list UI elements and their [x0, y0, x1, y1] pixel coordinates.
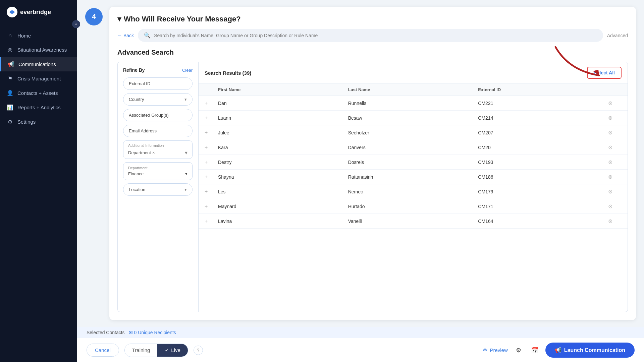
- country-filter[interactable]: Country ▾: [123, 93, 193, 106]
- gear-button[interactable]: ⚙: [513, 345, 524, 356]
- remove-contact-button[interactable]: ⊗: [608, 203, 622, 209]
- external-id-cell: CM193: [478, 160, 608, 165]
- calendar-button[interactable]: 📅: [529, 345, 540, 356]
- location-filter[interactable]: Location ▾: [123, 183, 193, 196]
- email-address-filter[interactable]: Email Address: [123, 125, 193, 137]
- table-row: + Shayna Rattanasinh CM186 ⊗: [199, 170, 628, 184]
- launch-icon: 📢: [555, 347, 561, 353]
- advanced-search-title: Advanced Search: [117, 49, 628, 56]
- remove-contact-button[interactable]: ⊗: [608, 188, 622, 195]
- remove-contact-button[interactable]: ⊗: [608, 159, 622, 165]
- add-contact-button[interactable]: +: [205, 130, 218, 136]
- col-add: [205, 87, 218, 92]
- external-id-cell: CM164: [478, 219, 608, 224]
- country-label: Country: [129, 97, 144, 102]
- remove-contact-button[interactable]: ⊗: [608, 174, 622, 180]
- external-id-cell: CM221: [478, 101, 608, 106]
- add-contact-button[interactable]: +: [205, 203, 218, 209]
- col-remove: [608, 87, 622, 92]
- live-mode-button[interactable]: ✓ Live: [157, 344, 188, 357]
- selected-contacts-bar: Selected Contacts ✉ 0 Unique Recipients: [77, 327, 644, 338]
- email-address-label: Email Address: [129, 128, 157, 133]
- launch-communication-button[interactable]: 📢 Launch Communication: [545, 343, 635, 358]
- step-title-text: Who Will Receive Your Message?: [124, 15, 241, 23]
- unique-recipients-count: ✉ 0 Unique Recipients: [129, 330, 176, 335]
- sidebar-item-label: Situational Awareness: [17, 47, 67, 53]
- external-id-filter[interactable]: External ID: [123, 77, 193, 90]
- sidebar: everbridge ⌂ Home ◎ Situational Awarenes…: [0, 0, 77, 362]
- situational-awareness-icon: ◎: [7, 47, 13, 53]
- last-name-cell: Dosreis: [348, 160, 478, 165]
- chevron-down-icon: ▾: [184, 97, 187, 102]
- clear-button[interactable]: Clear: [182, 68, 193, 73]
- col-first-name: First Name: [218, 87, 348, 92]
- contacts-assets-icon: 👤: [7, 90, 13, 96]
- select-all-button[interactable]: Select All: [587, 67, 622, 79]
- bottom-bar: Cancel Training ✓ Live ? 👁 Preview ⚙ 📅 📢…: [77, 338, 644, 362]
- add-contact-button[interactable]: +: [205, 218, 218, 224]
- sidebar-item-crisis-management[interactable]: ⚑ Crisis Management: [0, 71, 77, 86]
- table-row: + Maynard Hurtado CM171 ⊗: [199, 199, 628, 214]
- first-name-cell: Maynard: [218, 204, 348, 209]
- refine-by-label: Refine By: [123, 67, 145, 73]
- last-name-cell: Nemec: [348, 189, 478, 194]
- add-contact-button[interactable]: +: [205, 189, 218, 195]
- add-contact-button[interactable]: +: [205, 115, 218, 121]
- sidebar-item-contacts-assets[interactable]: 👤 Contacts + Assets: [0, 86, 77, 100]
- sidebar-item-communications[interactable]: 📢 Communications: [0, 57, 77, 71]
- last-name-cell: Besaw: [348, 115, 478, 121]
- associated-groups-filter[interactable]: Associated Group(s): [123, 109, 193, 121]
- location-chevron-icon: ▾: [184, 187, 187, 192]
- launch-label: Launch Communication: [564, 347, 625, 353]
- department-select[interactable]: Department Finance ▾: [123, 162, 193, 180]
- mode-group: Training ✓ Live: [124, 344, 188, 357]
- table-row: + Lavina Vanelli CM164 ⊗: [199, 214, 628, 229]
- add-contact-button[interactable]: +: [205, 100, 218, 106]
- back-button[interactable]: ← Back: [117, 33, 134, 38]
- main-content: 4 ▾ Who Will Receive Your Message? ← Bac…: [77, 0, 644, 362]
- sidebar-item-label: Contacts + Assets: [17, 90, 58, 96]
- preview-button[interactable]: 👁 Preview: [483, 347, 507, 353]
- remove-contact-button[interactable]: ⊗: [608, 115, 622, 121]
- settings-icon: ⚙: [7, 119, 13, 125]
- sidebar-item-label: Home: [17, 33, 31, 39]
- col-last-name: Last Name: [348, 87, 478, 92]
- add-contact-button[interactable]: +: [205, 159, 218, 165]
- step-content-panel: ▾ Who Will Receive Your Message? ← Back …: [109, 7, 636, 320]
- search-row: ← Back 🔍 Advanced: [117, 29, 628, 42]
- department-select-label: Department: [128, 166, 187, 170]
- everbridge-logo-icon: [7, 7, 17, 17]
- additional-info-group: Additional Information Department × ▾: [123, 140, 193, 159]
- first-name-cell: Lavina: [218, 219, 348, 224]
- add-contact-button[interactable]: +: [205, 144, 218, 150]
- preview-label: Preview: [490, 347, 507, 353]
- remove-contact-button[interactable]: ⊗: [608, 100, 622, 106]
- advanced-link[interactable]: Advanced: [607, 33, 628, 38]
- sidebar-item-settings[interactable]: ⚙ Settings: [0, 115, 77, 129]
- sidebar-item-reports-analytics[interactable]: 📊 Reports + Analytics: [0, 100, 77, 115]
- department-tag-remove[interactable]: ×: [152, 150, 155, 155]
- additional-info-chevron-icon[interactable]: ▾: [185, 149, 187, 156]
- recipients-text: 0 Unique Recipients: [134, 330, 176, 335]
- sidebar-nav: ⌂ Home ◎ Situational Awareness 📢 Communi…: [0, 23, 77, 362]
- remove-contact-button[interactable]: ⊗: [608, 218, 622, 224]
- step-area: 4 ▾ Who Will Receive Your Message? ← Bac…: [77, 0, 644, 327]
- add-contact-button[interactable]: +: [205, 174, 218, 180]
- remove-contact-button[interactable]: ⊗: [608, 144, 622, 150]
- refine-panel: Refine By Clear External ID Country ▾ As…: [117, 62, 198, 312]
- sidebar-collapse-button[interactable]: «: [72, 20, 80, 28]
- back-arrow-icon: ←: [117, 33, 122, 38]
- remove-contact-button[interactable]: ⊗: [608, 129, 622, 136]
- first-name-cell: Shayna: [218, 174, 348, 180]
- results-panel: Search Results (39) Select All First Nam…: [198, 62, 628, 312]
- table-row: + Julee Seeholzer CM207 ⊗: [199, 125, 628, 140]
- location-label: Location: [129, 187, 145, 192]
- sidebar-item-home[interactable]: ⌂ Home: [0, 28, 77, 43]
- external-id-cell: CM207: [478, 130, 608, 135]
- search-input[interactable]: [154, 33, 597, 38]
- sidebar-item-situational-awareness[interactable]: ◎ Situational Awareness: [0, 43, 77, 57]
- help-icon[interactable]: ?: [194, 346, 203, 355]
- back-label: Back: [123, 33, 134, 38]
- training-mode-button[interactable]: Training: [125, 344, 158, 357]
- cancel-button[interactable]: Cancel: [87, 344, 119, 357]
